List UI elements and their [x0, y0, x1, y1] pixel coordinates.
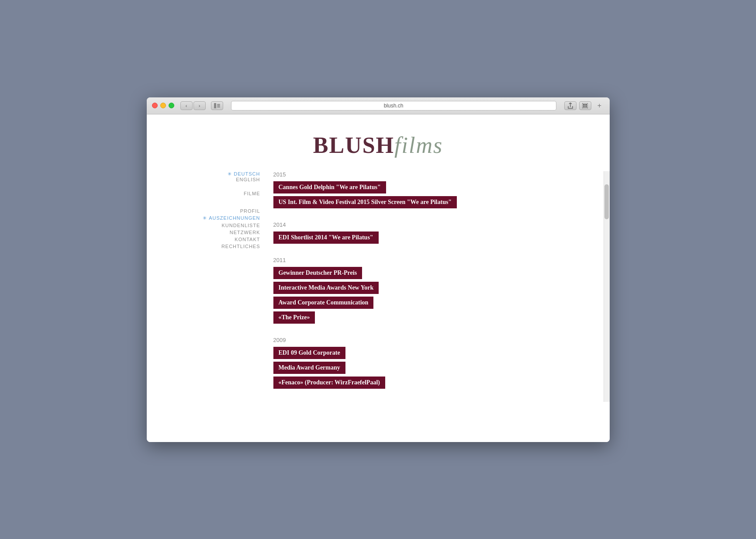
- year-2015: 2015: [273, 171, 610, 178]
- svg-rect-4: [582, 103, 588, 108]
- share-button[interactable]: [564, 101, 576, 110]
- svg-rect-5: [583, 104, 585, 106]
- browser-chrome: ‹ › blush.ch: [147, 97, 610, 114]
- award-cannes-gold[interactable]: Cannes Gold Delphin "We are Pilatus": [273, 181, 386, 193]
- nav-item-kundenliste[interactable]: KUNDENLISTE: [147, 223, 260, 228]
- browser-window: ‹ › blush.ch: [147, 97, 610, 442]
- award-media-award-germany[interactable]: Media Award Germany: [273, 362, 345, 374]
- new-tab-button[interactable]: +: [595, 101, 604, 110]
- year-2014: 2014: [273, 221, 610, 228]
- deutsch-lang[interactable]: ✳ DEUTSCH: [147, 171, 260, 177]
- page-header: BLUSHfilms: [147, 114, 610, 171]
- award-german-pr[interactable]: Gewinner Deutscher PR-Preis: [273, 267, 362, 279]
- award-the-prize[interactable]: «The Prize»: [273, 311, 315, 324]
- nav-item-filme[interactable]: FILME: [147, 191, 260, 196]
- award-edi-shortlist[interactable]: EDI Shortlist 2014 "We are Pilatus": [273, 231, 379, 244]
- active-indicator-icon: ✳: [203, 215, 207, 221]
- awards-list: 2015 Cannes Gold Delphin "We are Pilatus…: [269, 171, 610, 389]
- lang-indicator-icon: ✳: [228, 171, 232, 177]
- close-button[interactable]: [152, 103, 158, 108]
- award-interactive-media[interactable]: Interactive Media Awards New York: [273, 282, 379, 294]
- deutsch-label[interactable]: DEUTSCH: [234, 171, 260, 176]
- site-logo: BLUSHfilms: [147, 132, 610, 158]
- logo-blush: BLUSH: [313, 133, 394, 158]
- year-2009: 2009: [273, 337, 610, 343]
- nav-menu: FILME PROFIL ✳ AUSZEICHNUNGEN KUNDENLIST…: [147, 191, 260, 249]
- award-corporate-communication[interactable]: Award Corporate Communication: [273, 297, 374, 309]
- maximize-button[interactable]: [169, 103, 174, 108]
- year-section-2015: 2015 Cannes Gold Delphin "We are Pilatus…: [273, 171, 610, 208]
- tab-view-button[interactable]: [579, 101, 591, 110]
- sidebar-toggle-button[interactable]: [211, 101, 223, 110]
- svg-rect-2: [217, 105, 220, 106]
- nav-item-rechtliches[interactable]: RECHTLICHES: [147, 244, 260, 249]
- minimize-button[interactable]: [160, 103, 166, 108]
- svg-rect-7: [583, 106, 585, 107]
- nav-item-netzwerk[interactable]: NETZWERK: [147, 230, 260, 235]
- language-switcher: ✳ DEUTSCH ENGLISH: [147, 171, 260, 182]
- url-text: blush.ch: [384, 103, 404, 109]
- svg-rect-6: [585, 104, 587, 106]
- logo-films: films: [394, 133, 443, 158]
- year-section-2014: 2014 EDI Shortlist 2014 "We are Pilatus": [273, 221, 610, 244]
- year-section-2011: 2011 Gewinner Deutscher PR-Preis Interac…: [273, 257, 610, 324]
- year-2011: 2011: [273, 257, 610, 263]
- nav-item-profil[interactable]: PROFIL: [147, 208, 260, 214]
- back-button[interactable]: ‹: [180, 101, 193, 110]
- svg-rect-3: [217, 107, 220, 107]
- nav-item-kontakt[interactable]: KONTAKT: [147, 237, 260, 242]
- english-lang[interactable]: ENGLISH: [147, 177, 260, 182]
- award-edi-09-gold[interactable]: EDI 09 Gold Corporate: [273, 347, 345, 359]
- traffic-lights: [152, 103, 174, 108]
- award-fenaco[interactable]: «Fenaco» (Producer: WirzFraefelPaal): [273, 377, 385, 389]
- forward-button[interactable]: ›: [193, 101, 206, 110]
- content-area: 2015 Cannes Gold Delphin "We are Pilatus…: [269, 171, 610, 402]
- scroll-thumb[interactable]: [604, 184, 609, 219]
- svg-rect-1: [217, 104, 220, 105]
- page-body: ✳ DEUTSCH ENGLISH FILME PROFIL ✳ AUSZEIC…: [147, 171, 610, 419]
- svg-rect-8: [585, 106, 587, 107]
- browser-content: BLUSHfilms ✳ DEUTSCH ENGLISH FILME: [147, 114, 610, 442]
- address-bar[interactable]: blush.ch: [231, 101, 556, 111]
- svg-rect-0: [214, 103, 216, 108]
- nav-buttons: ‹ ›: [180, 101, 206, 110]
- sidebar: ✳ DEUTSCH ENGLISH FILME PROFIL ✳ AUSZEIC…: [147, 171, 269, 402]
- award-us-film-festival[interactable]: US Int. Film & Video Festival 2015 Silve…: [273, 196, 457, 208]
- desktop: ‹ › blush.ch: [0, 0, 756, 539]
- browser-actions: [564, 101, 591, 110]
- nav-item-auszeichnungen[interactable]: ✳ AUSZEICHNUNGEN: [147, 215, 260, 221]
- year-section-2009: 2009 EDI 09 Gold Corporate Media Award G…: [273, 337, 610, 389]
- scrollbar[interactable]: [604, 171, 610, 402]
